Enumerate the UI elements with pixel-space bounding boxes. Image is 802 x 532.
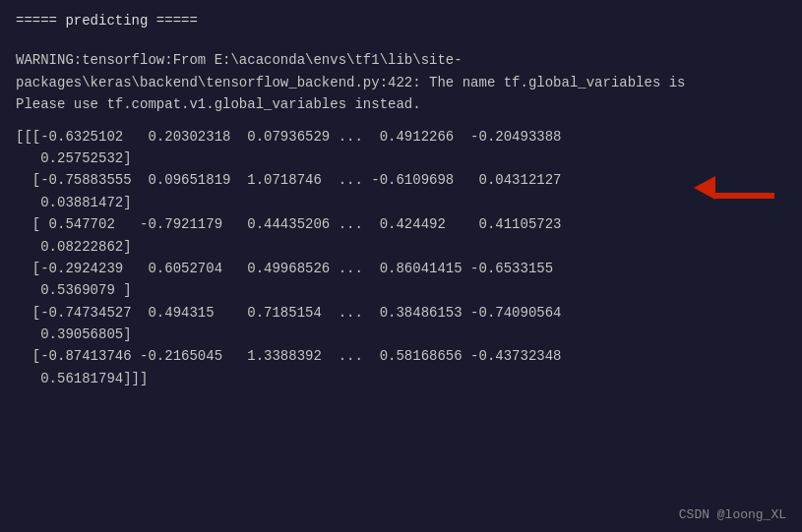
output-line-6: [-0.2924239 0.6052704 0.49968526 ... 0.8…	[16, 258, 786, 279]
output-line-8: [-0.74734527 0.494315 0.7185154 ... 0.38…	[16, 302, 786, 324]
warning-line-1: WARNING:tensorflow:From E:\acaconda\envs…	[16, 49, 786, 71]
output-line-11: 0.56181794]]]	[16, 368, 786, 389]
warning-line-3: Please use tf.compat.v1.global_variables…	[16, 93, 786, 115]
terminal-window: ===== predicting ===== WARNING:tensorflo…	[0, 0, 802, 532]
output-line-0: [[[-0.6325102 0.20302318 0.07936529 ... …	[16, 126, 786, 148]
output-container: [[[-0.6325102 0.20302318 0.07936529 ... …	[16, 126, 786, 390]
output-line-3: 0.03881472]	[16, 192, 786, 213]
output-line-5: 0.08222862]	[16, 236, 786, 258]
output-line-7: 0.5369079 ]	[16, 279, 786, 301]
output-line-1: 0.25752532]	[16, 148, 786, 169]
output-line-10: [-0.87413746 -0.2165045 1.3388392 ... 0.…	[16, 345, 786, 367]
warning-line-2: packages\keras\backend\tensorflow_backen…	[16, 72, 786, 93]
output-line-9: 0.39056805]	[16, 324, 786, 345]
heading-line: ===== predicting =====	[16, 10, 786, 31]
red-arrow-indicator	[715, 185, 794, 207]
output-line-4: [ 0.547702 -0.7921179 0.44435206 ... 0.4…	[16, 213, 786, 235]
output-line-2: [-0.75883555 0.09651819 1.0718746 ... -0…	[16, 169, 786, 191]
watermark: CSDN @loong_XL	[679, 507, 786, 522]
